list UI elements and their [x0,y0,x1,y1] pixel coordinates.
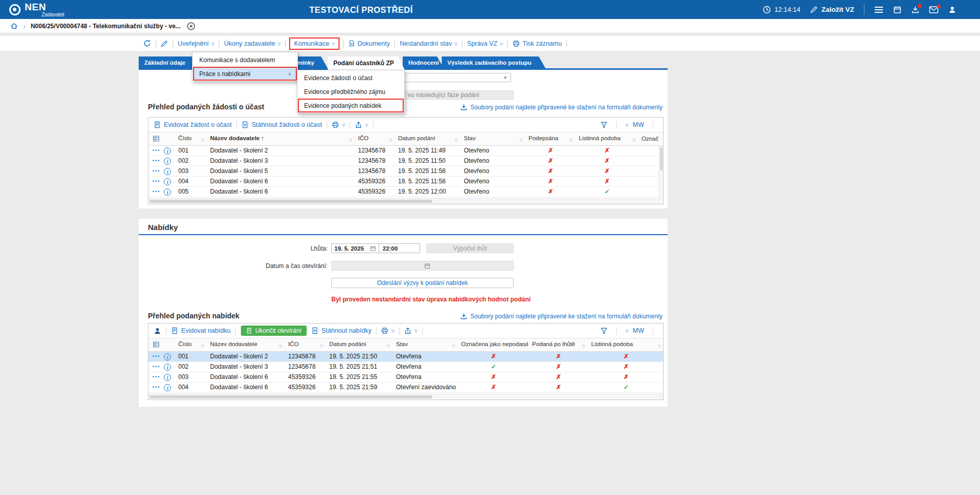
tab-vysledek-zadavaciho-postupu[interactable]: Výsledek zadávacího postupu [442,56,545,68]
row-actions-icon[interactable]: ••• [153,385,160,390]
toolbar-item-tisk-zaznamu[interactable]: Tisk záznamu [513,40,562,47]
nabidka-row[interactable]: •••i 004 Dodavatel - školení 6 45359326 … [148,382,663,392]
toolbar-item-sprava-vz[interactable]: Správa VZ▽ [467,40,503,47]
lhuta-time-input[interactable]: 22:00 [379,243,420,253]
menu-item-prace-s-nabidkami[interactable]: Práce s nabídkami› [193,67,297,81]
toolbar-item-nestandardni-stav[interactable]: Nestandardní stav▽ [400,40,457,47]
filter-caret-icon[interactable]: ▽ [658,344,661,348]
col-oznacena-jako-nepodana[interactable]: ▽Označena jako nepodaná [457,338,528,351]
col-listinna-podoba[interactable]: ▽Listinná podoba [587,338,663,351]
filter-caret-icon[interactable]: ▽ [387,344,390,348]
menu-item-evidence-predbezneho-zajmu[interactable]: Evidence předběžného zájmu [298,85,404,99]
print-button[interactable]: ▽ [381,327,394,334]
col-datum-podani[interactable]: ▽Datum podání [325,338,392,351]
filter-caret-icon[interactable]: ▽ [320,344,323,348]
filter-icon[interactable] [600,121,608,128]
filter-caret-icon[interactable]: ▽ [389,138,392,142]
filter-caret-icon[interactable]: ▽ [570,138,573,142]
user-icon[interactable] [948,6,956,14]
col-stav[interactable]: ▽Stav [460,132,524,145]
nabidka-row[interactable]: •••i 002 Dodavatel - školení 3 12345678 … [148,361,663,372]
info-icon[interactable]: i [164,353,171,360]
close-record-icon[interactable] [187,22,195,30]
info-icon[interactable]: i [164,188,171,196]
col-oznacena[interactable]: Označ [637,132,663,145]
col-podana-po-lhute[interactable]: ▽Podaná po lhůtě [528,338,587,351]
toolbar-item-ukony-zadavatele[interactable]: Úkony zadavatele▽ [224,40,280,47]
create-vz-button[interactable]: Založit VZ [810,6,854,13]
mw-toggle[interactable]: MW [633,327,644,334]
col-stav[interactable]: ▽Stav [392,338,457,351]
info-icon[interactable]: i [164,374,171,381]
toolbar-item-dokumenty[interactable]: Dokumenty [348,40,390,47]
column-settings[interactable] [148,132,174,145]
row-actions-icon[interactable]: ••• [153,189,160,194]
row-actions-icon[interactable]: ••• [153,364,160,369]
tab-podani-ucastniku-zp[interactable]: Podání účastníků ZP [328,56,405,70]
menu-item-evidence-zadosti[interactable]: Evidence žádostí o účast [298,71,404,85]
lhuta-date-input[interactable]: 19. 5. 2025 [331,243,379,253]
menu-item-komunikace-s-dodavatelem[interactable]: Komunikace s dodavatelem [193,53,297,67]
main-menu-icon[interactable] [874,6,883,13]
tab-zakladni-udaje[interactable]: Základní údaje [139,56,195,68]
info-icon[interactable]: i [164,147,171,155]
row-actions-icon[interactable]: ••• [153,374,160,379]
refresh-icon[interactable] [143,40,151,47]
messages-icon[interactable] [929,6,938,13]
vypocet-lhut-button[interactable]: Výpočet lhůt [426,243,514,253]
evidovat-nabidku-button[interactable]: Evidovat nabídku [171,327,231,334]
toolbar-item-komunikace[interactable]: Komunikace▽ [289,37,340,50]
info-icon[interactable]: i [164,384,171,391]
filter-caret-icon[interactable]: ▽ [349,138,352,142]
row-actions-icon[interactable]: ••• [153,148,160,153]
filter-caret-icon[interactable]: ▽ [632,138,635,142]
col-nazev-dodavatele[interactable]: ▽Název dodavatele↑ [206,132,354,145]
request-row[interactable]: •••i 005 Dodavatel - školení 6 45359326 … [148,186,663,197]
edit-icon[interactable] [161,40,168,47]
nabidka-row[interactable]: •••i 001 Dodavatel - školení 2 12345678 … [148,351,663,361]
export-button[interactable]: ▽ [355,121,368,128]
horizontal-scrollbar[interactable] [148,394,663,399]
requests-download-link[interactable]: Soubory podání najdete připravené ke sta… [460,104,663,111]
row-actions-icon[interactable]: ••• [153,354,160,359]
filter-caret-icon[interactable]: ▽ [519,138,522,142]
downloads-icon[interactable] [911,6,919,14]
nen-logo[interactable]: NEN Zadavatel [9,2,64,17]
grid-settings-icon[interactable] [153,341,160,348]
grid-settings-icon[interactable] [153,135,160,142]
col-cislo[interactable]: ▽Číslo [174,132,206,145]
info-icon[interactable]: i [164,364,171,371]
filter-caret-icon[interactable]: ▽ [279,344,282,348]
filter-icon[interactable] [600,327,608,334]
odeslani-vyzvy-button[interactable]: Odeslání výzvy k podání nabídek [331,278,514,288]
toolbar-item-uverejneni[interactable]: Uveřejnění▽ [178,40,214,47]
col-podepsana[interactable]: ▽Podepsána [524,132,575,145]
request-row[interactable]: •••i 002 Dodavatel - školení 3 12345678 … [148,156,663,166]
export-button[interactable]: ▽ [404,327,418,334]
breadcrumb-record[interactable]: N006/25/V00004748 - Telekomunikační služ… [31,23,181,30]
tab-hodnoceni[interactable]: Hodnocení [403,56,444,68]
request-row[interactable]: •••i 001 Dodavatel - školení 2 12345678 … [148,145,663,156]
request-row[interactable]: •••i 003 Dodavatel - školení 5 12345678 … [148,166,663,176]
info-icon[interactable]: i [164,178,171,185]
filter-caret-icon[interactable]: ▽ [455,138,458,142]
horizontal-scrollbar[interactable] [148,198,663,204]
info-icon[interactable]: i [164,168,171,175]
filter-caret-icon[interactable]: ▽ [201,344,204,348]
filter-caret-icon[interactable]: ▽ [452,344,455,348]
print-button[interactable]: ▽ [332,121,345,128]
mw-toggle[interactable]: MW [633,121,644,128]
column-settings[interactable] [148,338,174,351]
filter-caret-icon[interactable]: ▽ [582,344,585,348]
nabidka-row[interactable]: •••i 003 Dodavatel - školení 6 45359326 … [148,372,663,382]
request-row[interactable]: •••i 004 Dodavatel - školení 6 45359326 … [148,176,663,186]
col-listinna-podoba[interactable]: ▽Listinná podoba [575,132,637,145]
row-actions-icon[interactable]: ••• [153,179,160,184]
home-icon[interactable] [10,22,18,30]
calendar-icon[interactable] [893,6,901,14]
calendar-icon[interactable] [370,245,376,252]
filter-caret-icon[interactable]: ▽ [201,138,204,142]
col-datum-podani[interactable]: ▽Datum podání [394,132,460,145]
col-cislo[interactable]: ▽Číslo [174,338,206,351]
row-actions-icon[interactable]: ••• [153,168,160,174]
